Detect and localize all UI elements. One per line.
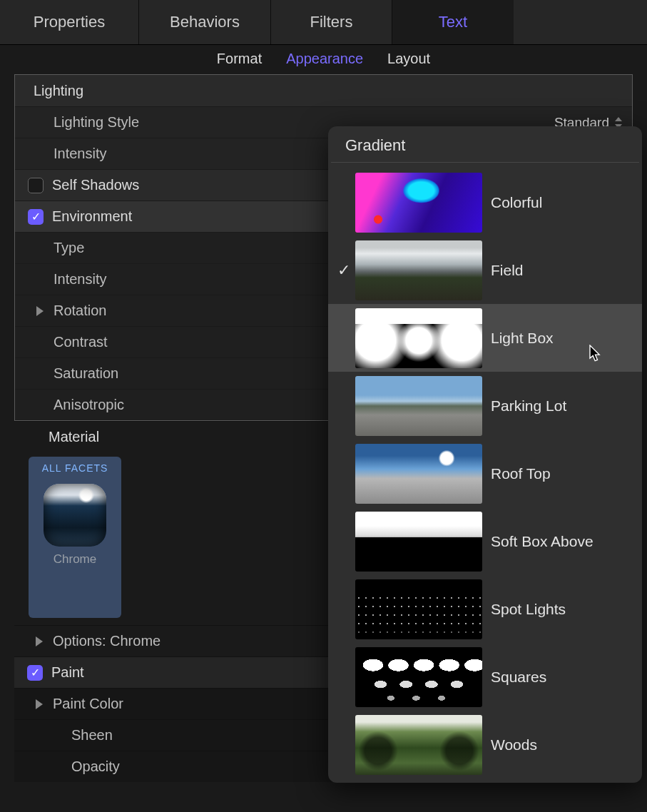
disclosure-triangle-icon[interactable] bbox=[36, 699, 43, 709]
intensity-label: Intensity bbox=[54, 146, 196, 162]
env-rotation-label: Rotation bbox=[54, 303, 196, 319]
paint-checkbox[interactable]: ✓ bbox=[27, 665, 43, 681]
env-thumb-soft-box-above bbox=[355, 512, 482, 572]
cursor-icon bbox=[589, 345, 602, 363]
popup-divider bbox=[331, 162, 639, 163]
popup-item-field[interactable]: ✓ Field bbox=[328, 236, 642, 304]
popup-label: Field bbox=[491, 262, 632, 279]
env-thumb-spot-lights bbox=[355, 579, 482, 639]
popup-item-roof-top[interactable]: Roof Top bbox=[328, 440, 642, 507]
env-thumb-colorful bbox=[355, 173, 482, 233]
material-facets-card[interactable]: ALL FACETS Chrome bbox=[29, 457, 121, 618]
lighting-style-label: Lighting Style bbox=[54, 114, 196, 131]
environment-label: Environment bbox=[52, 208, 132, 225]
self-shadows-label: Self Shadows bbox=[52, 177, 139, 193]
popup-item-woods[interactable]: Woods bbox=[328, 711, 642, 778]
popup-item-spot-lights[interactable]: Spot Lights bbox=[328, 575, 642, 643]
tab-properties[interactable]: Properties bbox=[0, 0, 139, 44]
popup-label: Squares bbox=[491, 669, 632, 686]
tab-behaviors[interactable]: Behaviors bbox=[139, 0, 271, 44]
tab-filters[interactable]: Filters bbox=[271, 0, 392, 44]
environment-checkbox[interactable]: ✓ bbox=[28, 209, 44, 225]
disclosure-triangle-icon[interactable] bbox=[36, 306, 44, 316]
env-type-label: Type bbox=[54, 240, 196, 256]
popup-label: Light Box bbox=[491, 330, 632, 347]
popup-item-soft-box-above[interactable]: Soft Box Above bbox=[328, 507, 642, 575]
opacity-label: Opacity bbox=[71, 758, 214, 775]
popup-label: Colorful bbox=[491, 194, 632, 211]
popup-item-squares[interactable]: Squares bbox=[328, 643, 642, 711]
env-saturation-label: Saturation bbox=[54, 365, 196, 382]
popup-title: Gradient bbox=[328, 126, 642, 162]
lighting-header[interactable]: Lighting bbox=[15, 75, 632, 106]
env-thumb-squares bbox=[355, 647, 482, 707]
disclosure-triangle-icon[interactable] bbox=[36, 636, 43, 646]
checkmark-icon: ✓ bbox=[334, 261, 354, 280]
facets-title: ALL FACETS bbox=[29, 462, 121, 474]
options-label: Options: Chrome bbox=[53, 633, 161, 649]
env-intensity-label: Intensity bbox=[54, 271, 196, 288]
env-thumb-field bbox=[355, 240, 482, 300]
env-thumb-woods bbox=[355, 715, 482, 775]
env-thumb-roof-top bbox=[355, 444, 482, 504]
popup-item-colorful[interactable]: Colorful bbox=[328, 168, 642, 236]
self-shadows-checkbox[interactable] bbox=[28, 178, 44, 193]
popup-label: Woods bbox=[491, 736, 632, 753]
popup-label: Roof Top bbox=[491, 465, 632, 482]
material-header-label: Material bbox=[49, 429, 99, 445]
material-swatch[interactable] bbox=[44, 484, 106, 547]
env-thumb-light-box bbox=[355, 308, 482, 368]
subtab-appearance[interactable]: Appearance bbox=[286, 51, 363, 67]
subtab-layout[interactable]: Layout bbox=[387, 51, 430, 67]
subtab-format[interactable]: Format bbox=[217, 51, 262, 67]
env-contrast-label: Contrast bbox=[54, 334, 196, 350]
paint-label: Paint bbox=[51, 664, 84, 681]
tab-text[interactable]: Text bbox=[392, 0, 514, 44]
env-thumb-parking-lot bbox=[355, 376, 482, 436]
env-anisotropic-label: Anisotropic bbox=[54, 397, 196, 413]
lighting-header-label: Lighting bbox=[34, 83, 176, 99]
popup-label: Soft Box Above bbox=[491, 533, 632, 550]
popup-label: Spot Lights bbox=[491, 601, 632, 618]
inspector-tab-bar: Properties Behaviors Filters Text bbox=[0, 0, 647, 45]
popup-item-parking-lot[interactable]: Parking Lot bbox=[328, 372, 642, 440]
popup-label: Parking Lot bbox=[491, 397, 632, 415]
material-swatch-name: Chrome bbox=[29, 552, 121, 567]
sheen-label: Sheen bbox=[71, 727, 214, 744]
text-subtab-bar: Format Appearance Layout bbox=[0, 45, 647, 74]
environment-type-popup: Gradient Colorful ✓ Field Light Box Park… bbox=[328, 126, 642, 783]
paint-color-label: Paint Color bbox=[53, 696, 123, 712]
